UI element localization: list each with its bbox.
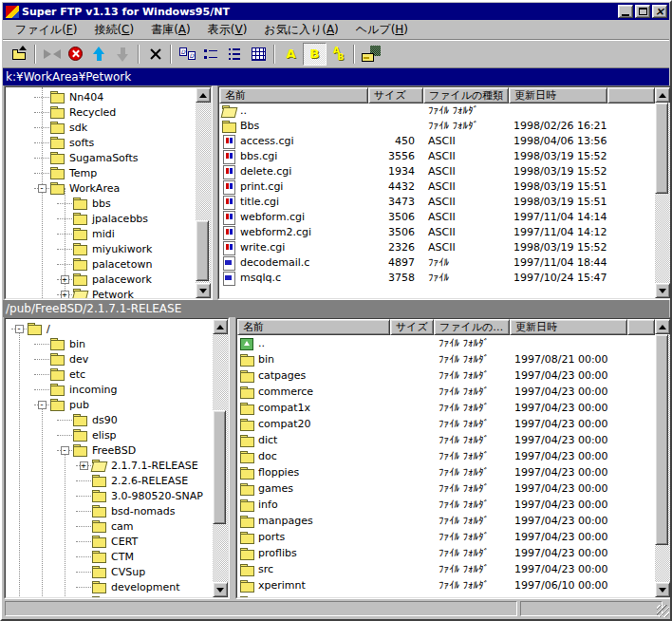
file-row[interactable]: ports ﾌｧｲﾙ ﾌｫﾙﾀﾞ 1997/04/23 00:00 bbox=[237, 529, 655, 545]
tree-expander[interactable]: - bbox=[38, 184, 47, 193]
file-row[interactable]: catpages ﾌｧｲﾙ ﾌｫﾙﾀﾞ 1997/04/23 00:00 bbox=[237, 367, 655, 384]
close-button[interactable] bbox=[652, 5, 667, 18]
remote-path-caption[interactable]: /pub/FreeBSD/2.1.7.1-RELEASE bbox=[3, 300, 669, 317]
file-row[interactable]: webform.cgi 3506 ASCII 1997/11/04 14:14 bbox=[219, 210, 655, 225]
tree-expander[interactable]: + bbox=[61, 275, 69, 284]
connect-button[interactable] bbox=[40, 43, 64, 66]
file-row[interactable]: doc ﾌｧｲﾙ ﾌｫﾙﾀﾞ 1997/04/23 00:00 bbox=[237, 448, 655, 464]
tree-item[interactable]: - FreeBSD bbox=[6, 442, 213, 458]
tree-item[interactable]: elisp bbox=[6, 427, 213, 442]
tree-item[interactable]: sdk bbox=[6, 120, 196, 135]
scrollbar-track[interactable] bbox=[655, 103, 670, 283]
scroll-down-button[interactable] bbox=[655, 582, 670, 597]
up-folder-button[interactable] bbox=[8, 43, 31, 66]
column-header-date[interactable]: 更新日時 bbox=[510, 319, 627, 335]
file-row[interactable]: .. ﾌｧｲﾙ ﾌｫﾙﾀﾞ bbox=[219, 104, 655, 119]
tree-item[interactable]: miyukiwork bbox=[6, 241, 196, 256]
file-row[interactable]: Bbs ﾌｧｲﾙ ﾌｫﾙﾀﾞ 1998/02/26 16:21 bbox=[219, 119, 655, 134]
scroll-down-button[interactable] bbox=[196, 283, 211, 298]
tree-item[interactable]: bin bbox=[6, 336, 213, 351]
tree-item[interactable]: palacetown bbox=[6, 256, 196, 272]
view-details-button[interactable] bbox=[247, 43, 271, 66]
column-header-name[interactable]: 名前 bbox=[237, 319, 390, 335]
tree-item[interactable]: + palacework bbox=[6, 272, 196, 287]
file-row[interactable]: webform2.cgi 3506 ASCII 1997/11/04 14:12 bbox=[219, 225, 655, 240]
scrollbar-track[interactable] bbox=[655, 334, 670, 582]
file-row[interactable]: manpages ﾌｧｲﾙ ﾌｫﾙﾀﾞ 1997/04/23 00:00 bbox=[237, 513, 655, 529]
auto-mode-button[interactable]: A B bbox=[327, 43, 350, 66]
scrollbar-track[interactable] bbox=[196, 103, 211, 283]
tree-item[interactable]: 3.0-980520-SNAP bbox=[6, 488, 213, 503]
scroll-up-button[interactable] bbox=[655, 87, 670, 103]
column-header-type[interactable]: ファイルの種類 bbox=[434, 319, 510, 335]
tree-expander[interactable]: - bbox=[61, 446, 69, 455]
file-row[interactable]: games ﾌｧｲﾙ ﾌｫﾙﾀﾞ 1997/04/23 00:00 bbox=[237, 480, 655, 497]
tree-item[interactable]: CTM bbox=[6, 549, 213, 564]
column-header-size[interactable]: サイズ bbox=[368, 87, 423, 104]
remote-list-scrollbar[interactable] bbox=[655, 319, 670, 597]
scroll-down-button[interactable] bbox=[213, 582, 228, 597]
tree-item[interactable]: + Petwork bbox=[6, 287, 196, 298]
file-row[interactable]: print.cgi 4432 ASCII 1998/03/19 15:51 bbox=[219, 179, 655, 195]
file-row[interactable]: title.cgi 3473 ASCII 1998/03/19 15:51 bbox=[219, 195, 655, 210]
column-header-name[interactable]: 名前 bbox=[219, 87, 368, 104]
upload-button[interactable] bbox=[87, 43, 111, 66]
file-row[interactable]: delete.cgi 1934 ASCII 1998/03/19 15:52 bbox=[219, 164, 655, 179]
menu-item[interactable]: 書庫(A) bbox=[142, 20, 199, 40]
file-row[interactable]: access.cgi 450 ASCII 1998/04/06 13:56 bbox=[219, 134, 655, 149]
tree-expander[interactable]: - bbox=[15, 325, 24, 333]
file-row[interactable]: compat1x ﾌｧｲﾙ ﾌｫﾙﾀﾞ 1997/04/23 00:00 bbox=[237, 400, 655, 416]
minimize-button[interactable] bbox=[618, 5, 633, 18]
file-row[interactable]: src ﾌｧｲﾙ ﾌｫﾙﾀﾞ 1997/04/23 00:00 bbox=[237, 561, 655, 577]
tree-item[interactable]: softs bbox=[6, 135, 196, 150]
column-header-date[interactable]: 更新日時 bbox=[509, 87, 607, 104]
tree-item[interactable]: SugamaSofts bbox=[6, 150, 196, 165]
tree-item[interactable]: + 2.1.7.1-RELEASE bbox=[6, 458, 213, 473]
scrollbar-thumb[interactable] bbox=[655, 103, 668, 194]
tree-item[interactable]: jpalacebbs bbox=[6, 211, 196, 226]
tree-item[interactable]: bsd-nomads bbox=[6, 503, 213, 518]
tree-item[interactable]: - WorkArea bbox=[6, 180, 196, 196]
remote-tree-scrollbar[interactable] bbox=[213, 319, 228, 597]
scroll-up-button[interactable] bbox=[655, 319, 670, 334]
menu-item[interactable]: ファイル(F) bbox=[7, 20, 85, 40]
local-list-scrollbar[interactable] bbox=[655, 87, 670, 298]
menu-item[interactable]: ヘルプ(H) bbox=[347, 20, 417, 40]
mirror-button[interactable] bbox=[359, 43, 383, 66]
tree-item[interactable]: CERT bbox=[6, 534, 213, 549]
tree-item[interactable]: cam bbox=[6, 518, 213, 534]
tree-item[interactable]: dev bbox=[6, 351, 213, 367]
tree-item[interactable]: ds90 bbox=[6, 412, 213, 427]
file-row[interactable]: msqlq.c 3758 ﾌｧｲﾙ 1997/10/24 15:47 bbox=[219, 271, 655, 286]
menu-item[interactable]: お気に入り(A) bbox=[255, 20, 346, 40]
tree-item[interactable]: - / bbox=[6, 321, 213, 336]
local-tree-scrollbar[interactable] bbox=[196, 87, 211, 298]
download-button[interactable] bbox=[111, 43, 135, 66]
menu-item[interactable]: 表示(V) bbox=[199, 20, 256, 40]
tree-expander[interactable]: + bbox=[61, 291, 69, 299]
tree-item[interactable]: - pub bbox=[6, 397, 213, 412]
file-row[interactable]: .. ﾌｧｲﾙ ﾌｫﾙﾀﾞ bbox=[237, 335, 655, 351]
tree-item[interactable]: 2.2.6-RELEASE bbox=[6, 473, 213, 488]
scroll-up-button[interactable] bbox=[196, 87, 211, 103]
title-bar[interactable]: Super FTP v1.13 for Windows95/NT bbox=[3, 3, 669, 20]
tree-item[interactable]: CVSup bbox=[6, 564, 213, 579]
file-row[interactable] bbox=[237, 593, 655, 597]
tree-item[interactable]: Temp bbox=[6, 165, 196, 180]
tree-item[interactable] bbox=[6, 594, 213, 597]
column-header-size[interactable]: サイズ bbox=[390, 319, 434, 335]
file-row[interactable]: dict ﾌｧｲﾙ ﾌｫﾙﾀﾞ 1997/04/23 00:00 bbox=[237, 432, 655, 448]
scrollbar-thumb[interactable] bbox=[655, 334, 668, 545]
resize-grip[interactable] bbox=[657, 605, 669, 617]
tree-item[interactable]: Recycled bbox=[6, 104, 196, 120]
ascii-mode-button[interactable]: A bbox=[279, 43, 303, 66]
file-row[interactable]: xperimnt ﾌｧｲﾙ ﾌｫﾙﾀﾞ 1997/06/10 00:00 bbox=[237, 577, 655, 593]
file-row[interactable]: compat20 ﾌｧｲﾙ ﾌｫﾙﾀﾞ 1997/04/23 00:00 bbox=[237, 416, 655, 432]
tree-expander[interactable]: + bbox=[80, 461, 88, 470]
view-large-icons-button[interactable] bbox=[176, 43, 199, 66]
scrollbar-track[interactable] bbox=[213, 334, 228, 582]
tree-item[interactable]: Nn404 bbox=[6, 89, 196, 104]
file-row[interactable]: decodemail.c 4897 ﾌｧｲﾙ 1997/11/04 18:44 bbox=[219, 255, 655, 271]
maximize-button[interactable] bbox=[635, 5, 650, 18]
scrollbar-thumb[interactable] bbox=[213, 410, 226, 524]
